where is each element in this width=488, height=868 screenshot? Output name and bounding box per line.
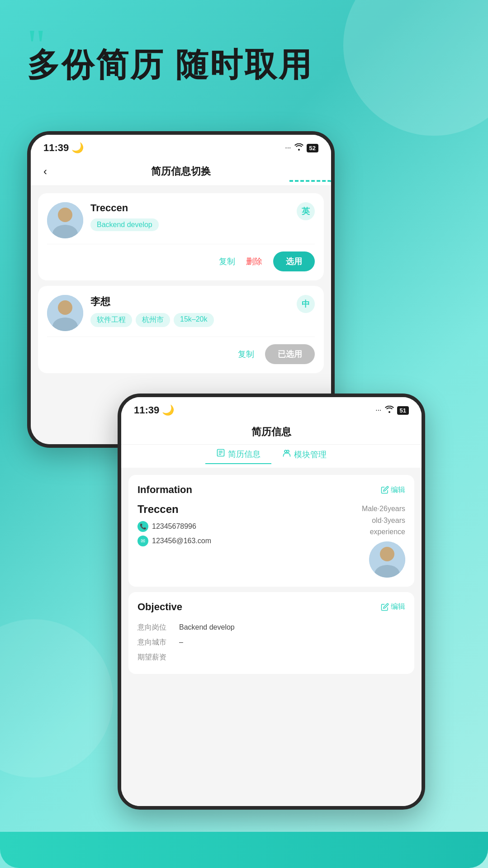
objective-section: Objective 编辑 意向岗位 Backend develop 意向城市 –…	[128, 592, 414, 674]
phone2-content: Information 编辑 Treccen 📞 12345678996	[121, 468, 422, 810]
person-left-info: Treccen 📞 12345678996 ✉ 123456@163.com	[137, 503, 362, 546]
phone1-wifi-icon	[294, 143, 304, 152]
phone-number: 12345678996	[152, 522, 196, 531]
phone1-signal-dots: ···	[285, 144, 291, 152]
person-avatar	[369, 541, 405, 578]
card1-delete-button[interactable]: 删除	[246, 256, 262, 267]
phone1-status-bar: 11:39 🌙 ··· 52	[31, 135, 331, 157]
card1-actions: 复制 删除 选用	[47, 244, 315, 271]
phone2-nav-bar: 简历信息	[121, 420, 422, 445]
phone2-wifi-icon	[384, 406, 394, 415]
tab-resume-info-label: 简历信息	[228, 449, 261, 460]
objective-salary-row: 期望薪资	[137, 650, 405, 665]
info-section-title: Information	[137, 484, 192, 496]
resume-info-icon	[216, 448, 225, 460]
email-contact-row: ✉ 123456@163.com	[137, 536, 362, 546]
position-value: Backend develop	[179, 623, 235, 631]
objective-city-row: 意向城市 –	[137, 635, 405, 650]
card2-city-tag: 杭州市	[136, 313, 170, 327]
svg-point-4	[58, 300, 72, 315]
info-edit-button[interactable]: 编辑	[381, 485, 405, 495]
tab-resume-info[interactable]: 简历信息	[205, 445, 271, 464]
card2-salary-tag: 15k–20k	[174, 313, 214, 327]
phone2-screen: 11:39 🌙 ··· 51 简历信息 简历信息	[121, 397, 422, 806]
card1-header: Treccen Backend develop	[47, 202, 315, 238]
card2-selected-button[interactable]: 已选用	[265, 344, 315, 364]
card1-position-tag: Backend develop	[90, 218, 159, 231]
hero-title: 多份简历 随时取用	[27, 45, 461, 84]
phone-contact-row: 📞 12345678996	[137, 521, 362, 532]
card1-name: Treccen	[90, 202, 315, 214]
phone1-time: 11:39 🌙	[43, 142, 84, 154]
phone1-card-container: 英 Treccen Backend develop	[31, 186, 331, 380]
city-label: 意向城市	[137, 638, 174, 647]
phone2-status-bar: 11:39 🌙 ··· 51	[121, 397, 422, 420]
objective-section-header: Objective 编辑	[137, 601, 405, 613]
position-label: 意向岗位	[137, 623, 174, 632]
phone1-battery: 52	[307, 144, 318, 152]
module-manage-icon	[282, 449, 291, 460]
phone1-nav-bar: ‹ 简历信息切换	[31, 157, 331, 186]
card2-name: 李想	[90, 295, 315, 308]
card2-position-tag: 软件工程	[90, 313, 132, 327]
card1-copy-button[interactable]: 复制	[219, 256, 235, 267]
card2-actions: 复制 已选用	[47, 337, 315, 364]
phone2-time: 11:39 🌙	[134, 404, 174, 416]
card1-info: Treccen Backend develop	[90, 202, 315, 231]
city-value: –	[179, 638, 183, 646]
svg-point-1	[58, 208, 72, 222]
objective-edit-label: 编辑	[391, 602, 405, 612]
info-section-header: Information 编辑	[137, 484, 405, 496]
person-details: Male·26yearsold·3yearsexperience	[362, 503, 405, 538]
card1-tags: Backend develop	[90, 218, 315, 231]
phone2-signal-dots: ···	[375, 406, 381, 414]
tab-module-manage[interactable]: 模块管理	[271, 445, 337, 464]
person-name: Treccen	[137, 503, 362, 516]
phone2-nav-title: 简历信息	[251, 425, 291, 439]
phone1-nav-title: 简历信息切换	[151, 165, 211, 178]
phone1-back-button[interactable]: ‹	[43, 165, 47, 178]
objective-edit-button[interactable]: 编辑	[381, 602, 405, 612]
phone2-device: 11:39 🌙 ··· 51 简历信息 简历信息	[118, 394, 425, 810]
card2-tags: 软件工程 杭州市 15k–20k	[90, 313, 315, 327]
phone2-status-icons: ··· 51	[375, 406, 409, 415]
phone2-battery: 51	[397, 406, 409, 415]
phone-icon: 📞	[137, 521, 148, 532]
objective-position-row: 意向岗位 Backend develop	[137, 620, 405, 635]
card2-avatar	[47, 295, 83, 331]
card2-copy-button[interactable]: 复制	[238, 349, 254, 360]
information-section: Information 编辑 Treccen 📞 12345678996	[128, 475, 414, 587]
email-address: 123456@163.com	[152, 537, 211, 545]
salary-label: 期望薪资	[137, 653, 174, 662]
card2-info: 李想 软件工程 杭州市 15k–20k	[90, 295, 315, 327]
resume-card-1: 英 Treccen Backend develop	[38, 193, 324, 280]
svg-point-11	[287, 450, 289, 452]
card1-lang-badge: 英	[297, 202, 315, 220]
tab-module-manage-label: 模块管理	[294, 449, 327, 460]
info-edit-label: 编辑	[391, 485, 405, 495]
svg-point-13	[380, 547, 394, 561]
person-main-info: Treccen 📞 12345678996 ✉ 123456@163.com M…	[137, 503, 405, 578]
card1-avatar	[47, 202, 83, 238]
phone1-status-icons: ··· 52	[285, 143, 318, 152]
bg-decoration-2	[0, 619, 113, 778]
bottom-teal-bar	[0, 832, 488, 868]
card2-header: 李想 软件工程 杭州市 15k–20k	[47, 295, 315, 331]
card1-select-button[interactable]: 选用	[273, 251, 315, 271]
phone2-tabs: 简历信息 模块管理	[121, 445, 422, 468]
card2-lang-badge: 中	[297, 295, 315, 313]
email-icon: ✉	[137, 536, 148, 546]
objective-section-title: Objective	[137, 601, 182, 613]
resume-card-2: 中 李想 软件工程 杭州市 15k–20	[38, 286, 324, 373]
